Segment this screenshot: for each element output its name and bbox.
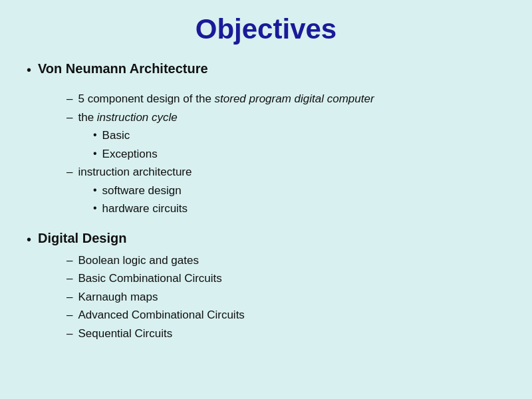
instruction-cycle-text: instruction cycle bbox=[97, 111, 178, 124]
bullet-hardware: • bbox=[93, 200, 97, 216]
section1-item: • Von Neumann Architecture bbox=[27, 59, 505, 80]
section1-item2: – the instruction cycle bbox=[66, 109, 505, 126]
dash-2: – bbox=[66, 109, 72, 126]
section2-item5-text: Sequential Circuits bbox=[78, 325, 172, 342]
section2-item3: – Karnaugh maps bbox=[66, 289, 505, 306]
dash-1: – bbox=[66, 90, 72, 108]
section2-item4: – Advanced Combinational Circuits bbox=[66, 307, 505, 324]
instruction-architecture-text: instruction architecture bbox=[78, 164, 192, 181]
stored-program-text: stored program digital computer bbox=[215, 92, 374, 105]
basic-label: Basic bbox=[102, 127, 130, 144]
section2-item1: – Boolean logic and gates bbox=[66, 252, 505, 269]
section2-item1-text: Boolean logic and gates bbox=[78, 252, 198, 269]
bullet-1: • bbox=[27, 60, 31, 80]
section1-sub1-item1: • Basic bbox=[93, 127, 505, 144]
exceptions-label: Exceptions bbox=[102, 146, 158, 163]
section1-label: Von Neumann Architecture bbox=[38, 59, 208, 78]
section1-sub2-item1: • software design bbox=[93, 182, 505, 200]
content-area: • Von Neumann Architecture – 5 component… bbox=[27, 59, 505, 342]
slide-title: Objectives bbox=[27, 13, 505, 45]
section2-item5: – Sequential Circuits bbox=[66, 325, 505, 342]
slide: Objectives • Von Neumann Architecture – … bbox=[0, 0, 532, 399]
section1-item3: – instruction architecture bbox=[66, 164, 505, 181]
section2-label: Digital Design bbox=[38, 228, 126, 248]
software-design-label: software design bbox=[102, 182, 182, 200]
section1-item1: – 5 component design of the stored progr… bbox=[66, 90, 505, 108]
bullet-2: • bbox=[27, 229, 31, 249]
section2-item3-text: Karnaugh maps bbox=[78, 289, 158, 306]
dash-dd-2: – bbox=[66, 270, 72, 287]
dash-dd-1: – bbox=[66, 252, 72, 269]
section1-item1-text: 5 component design of the stored program… bbox=[78, 90, 374, 108]
dash-dd-3: – bbox=[66, 289, 72, 306]
section2-item2-text: Basic Combinational Circuits bbox=[78, 270, 221, 287]
section2-item: • Digital Design bbox=[27, 228, 505, 249]
hardware-circuits-label: hardware circuits bbox=[102, 200, 188, 217]
section1-item2-text: the instruction cycle bbox=[78, 109, 177, 126]
dash-dd-5: – bbox=[66, 325, 72, 342]
dash-dd-4: – bbox=[66, 307, 72, 324]
bullet-software: • bbox=[93, 182, 97, 198]
bullet-exceptions: • bbox=[93, 146, 97, 162]
bullet-basic: • bbox=[93, 127, 97, 143]
dash-3: – bbox=[66, 164, 72, 181]
section1-sub1-item2: • Exceptions bbox=[93, 146, 505, 163]
section2-item4-text: Advanced Combinational Circuits bbox=[78, 307, 244, 324]
section2-item2: – Basic Combinational Circuits bbox=[66, 270, 505, 287]
section1-sub2-item2: • hardware circuits bbox=[93, 200, 505, 217]
